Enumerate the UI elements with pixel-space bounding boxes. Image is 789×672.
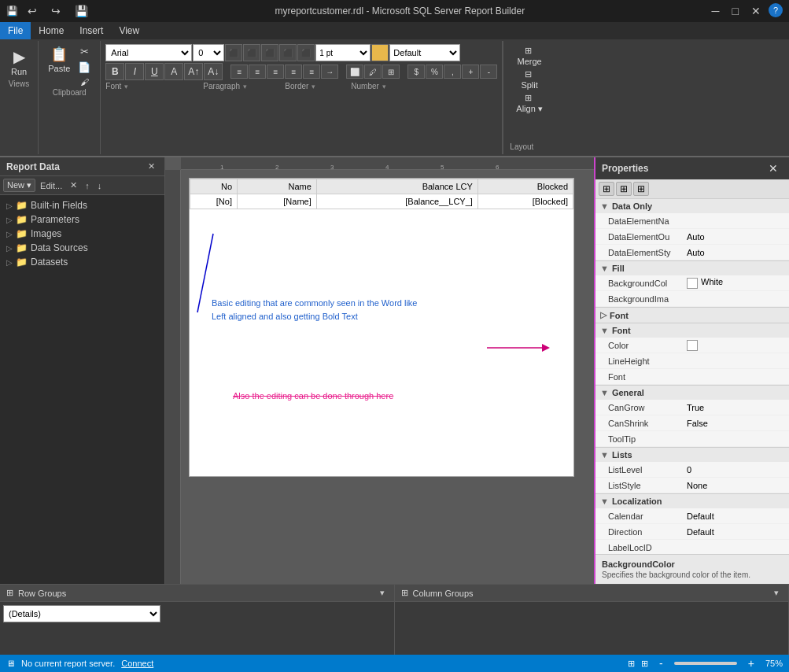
underline-button[interactable]: U <box>145 63 164 80</box>
zoom-out-button[interactable]: - <box>654 655 668 671</box>
align-center-btn[interactable]: ≡ <box>249 65 266 79</box>
fill-btn[interactable]: 🖊 <box>364 65 382 79</box>
menu-view[interactable]: View <box>111 22 147 39</box>
move-down-button[interactable]: ↓ <box>94 179 105 192</box>
label-listlevel: ListLevel <box>608 465 687 474</box>
props-row-lineheight: LineHeight <box>595 353 789 369</box>
shrink-font-btn[interactable]: A↓ <box>204 63 223 80</box>
sidebar-close-btn[interactable]: ✕ <box>145 161 158 172</box>
align-center-top-btn[interactable]: ⬛ <box>243 44 260 61</box>
font-color-btn[interactable]: A <box>164 63 183 80</box>
report-canvas[interactable]: No Name Balance LCY Blocked [No] [Name] … <box>189 178 574 477</box>
align-right-top-btn[interactable]: ⬛ <box>261 44 278 61</box>
connect-link[interactable]: Connect <box>121 659 153 668</box>
dec-decrease-btn[interactable]: - <box>480 65 497 79</box>
italic-button[interactable]: I <box>125 63 144 80</box>
bullet-list-btn[interactable]: ≡ <box>285 65 302 79</box>
cut-button[interactable]: ✂ <box>75 44 94 59</box>
sidebar-item-builtin[interactable]: ▷ 📁 Built-in Fields <box>0 198 164 212</box>
number-expand-icon[interactable]: ▾ <box>382 83 386 90</box>
move-up-button[interactable]: ↑ <box>82 179 93 192</box>
col-groups-expand-btn[interactable]: ▾ <box>771 587 782 599</box>
sidebar-item-parameters[interactable]: ▷ 📁 Parameters <box>0 212 164 227</box>
paste-button[interactable]: 📋 Paste <box>45 44 73 88</box>
minimize-btn[interactable]: ─ <box>707 3 724 19</box>
font-section-label: Font <box>612 326 631 335</box>
sidebar-header: Report Data ✕ <box>0 157 164 176</box>
properties-title: Properties <box>602 163 648 174</box>
comma-btn[interactable]: , <box>444 65 461 79</box>
dec-increase-btn[interactable]: + <box>462 65 479 79</box>
border-width-select[interactable]: 1 pt 2 pt 3 pt <box>315 44 371 61</box>
props-section-font-header[interactable]: ▼ Font <box>595 323 789 338</box>
title-bar: 💾 ↩ ↪ 💾 myreportcustomer.rdl - Microsoft… <box>0 0 789 22</box>
border-expand-icon[interactable]: ▾ <box>312 83 315 90</box>
props-row-dataelementou: DataElementOu Auto <box>595 229 789 245</box>
properties-close-btn[interactable]: ✕ <box>764 161 783 176</box>
grow-font-btn[interactable]: A↑ <box>184 63 203 80</box>
zoom-in-button[interactable]: + <box>743 655 759 671</box>
row-groups-expand-btn[interactable]: ▾ <box>377 587 388 599</box>
border-color-btn[interactable] <box>371 44 389 61</box>
font-family-select[interactable]: Arial Times New Roman Calibri <box>105 44 192 61</box>
bold-button[interactable]: B <box>105 63 124 80</box>
percent-btn[interactable]: % <box>426 65 443 79</box>
props-row-cangrow: CanGrow True <box>595 400 789 415</box>
undo-btn[interactable]: ↩ <box>23 3 42 19</box>
props-prop-btn[interactable]: ⊞ <box>633 182 649 196</box>
expand-datasets-icon: ▷ <box>6 258 13 267</box>
paste-icon: 📋 <box>50 46 68 63</box>
sidebar-item-images[interactable]: ▷ 📁 Images <box>0 227 164 241</box>
props-section-font-outer-header[interactable]: ▷ Font <box>595 308 789 323</box>
props-bottom-title: BackgroundColor <box>602 559 783 569</box>
props-alpha-btn[interactable]: ⊞ <box>616 182 632 196</box>
close-btn[interactable]: ✕ <box>747 3 765 19</box>
help-btn[interactable]: ? <box>769 3 783 17</box>
delete-button[interactable]: ✕ <box>67 179 80 192</box>
split-button[interactable]: ⊟ Split <box>510 68 546 91</box>
border-style-btn[interactable]: ⬜ <box>346 65 363 79</box>
align-left-top-btn[interactable]: ⬛ <box>225 44 242 61</box>
canvas-area[interactable]: 1 2 3 4 5 6 No Name Balance LCY Blocked <box>165 157 594 584</box>
props-section-font: ▼ Font Color LineHeight Font <box>595 323 789 386</box>
indent-btn[interactable]: → <box>321 65 338 79</box>
sidebar-item-datasets[interactable]: ▷ 📁 Datasets <box>0 255 164 269</box>
menu-file[interactable]: File <box>0 22 31 39</box>
new-button[interactable]: New ▾ <box>3 179 35 192</box>
redo-btn[interactable]: ↪ <box>46 3 65 19</box>
row-groups-select[interactable]: (Details) <box>3 605 160 622</box>
props-section-general-header[interactable]: ▼ General <box>595 386 789 400</box>
zoom-slider[interactable] <box>674 662 737 665</box>
num-list-btn[interactable]: ≡ <box>303 65 320 79</box>
font-expand-icon[interactable]: ▾ <box>124 83 128 90</box>
format-painter-button[interactable]: 🖌 <box>75 76 94 88</box>
save-btn[interactable]: 💾 <box>70 3 93 19</box>
align-right-btn[interactable]: ≡ <box>267 65 284 79</box>
copy-button[interactable]: 📄 <box>75 60 94 75</box>
para-expand-icon[interactable]: ▾ <box>243 83 247 90</box>
expand-images-icon: ▷ <box>6 230 13 238</box>
currency-btn[interactable]: $ <box>407 65 425 79</box>
props-section-dataonly-header[interactable]: ▼ Data Only <box>595 199 789 213</box>
font-size-select[interactable]: 0 8 10 12 <box>193 44 224 61</box>
indent-left-btn[interactable]: ⬛ <box>279 44 297 61</box>
props-section-lists-header[interactable]: ▼ Lists <box>595 448 789 462</box>
merge-button[interactable]: ⊞ Merge <box>510 44 546 68</box>
props-sort-btn[interactable]: ⊞ <box>599 182 614 196</box>
label-color: Color <box>608 341 687 350</box>
run-button[interactable]: ▶ Run <box>6 44 31 79</box>
indent-right-btn[interactable]: ⬛ <box>297 44 315 61</box>
align-left-btn[interactable]: ≡ <box>230 65 248 79</box>
props-section-fill-header[interactable]: ▼ Fill <box>595 261 789 275</box>
menu-home[interactable]: Home <box>31 22 72 39</box>
props-section-localization-header[interactable]: ▼ Localization <box>595 494 789 508</box>
border-all-btn[interactable]: ⊞ <box>382 65 400 79</box>
style-select[interactable]: Default <box>389 44 460 61</box>
maximize-btn[interactable]: □ <box>728 3 743 19</box>
ribbon: ▶ Run Views 📋 Paste ✂ 📄 🖌 Clipboard Aria… <box>0 39 789 157</box>
edit-button[interactable]: Edit... <box>37 179 65 192</box>
align-button[interactable]: ⊞ Align ▾ <box>510 91 546 116</box>
views-label: Views <box>9 79 30 88</box>
sidebar-item-datasources[interactable]: ▷ 📁 Data Sources <box>0 241 164 255</box>
menu-insert[interactable]: Insert <box>72 22 111 39</box>
